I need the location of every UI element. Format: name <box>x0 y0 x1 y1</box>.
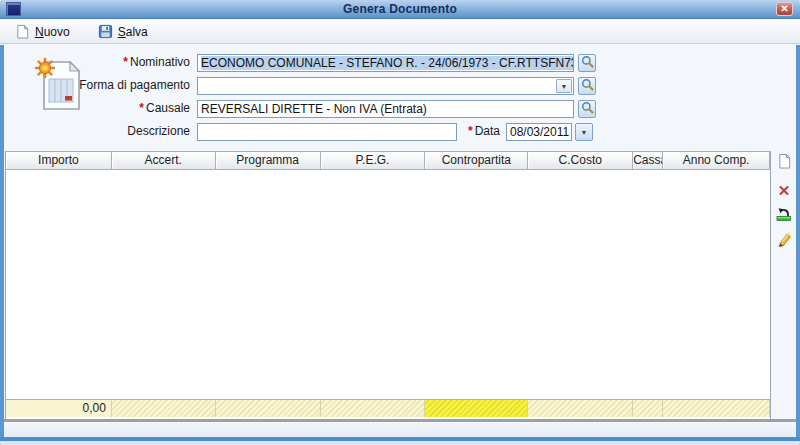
toolbar: Nuovo Salva <box>0 20 800 44</box>
data-label: *Data <box>384 123 500 141</box>
column-header-programma: Programma <box>216 152 321 169</box>
nominativo-lookup-button[interactable] <box>578 54 596 72</box>
pencil-icon <box>777 232 792 250</box>
magnifier-icon <box>581 101 594 117</box>
bottom-strip <box>4 422 796 437</box>
data-dropdown-button[interactable]: ▼ <box>575 123 593 141</box>
column-header-peg: P.E.G. <box>321 152 426 169</box>
total-programma-cell <box>216 400 321 417</box>
column-header-accert: Accert. <box>112 152 216 169</box>
close-button[interactable]: ✕ <box>776 2 793 16</box>
rows-grid: Importo Accert. Programma P.E.G. Controp… <box>5 151 771 419</box>
column-header-importo: Importo <box>6 152 112 169</box>
dialog-content: *Nominativo ECONOMO COMUNALE - STEFANO R… <box>0 45 800 437</box>
forma-pagamento-lookup-button[interactable] <box>578 77 596 95</box>
data-value: 08/03/2011 <box>510 125 569 139</box>
magnifier-icon <box>581 78 594 94</box>
column-header-annocomp: Anno Comp. <box>663 152 770 169</box>
total-contropartita-cell-highlighted <box>425 400 528 417</box>
window-frame-bottom-edge <box>0 441 800 445</box>
window-title: Genera Documento <box>0 2 800 16</box>
required-marker: * <box>468 124 473 138</box>
total-peg-cell <box>321 400 426 417</box>
new-button[interactable]: Nuovo <box>12 23 73 40</box>
new-document-icon <box>15 24 30 39</box>
grid-body-empty[interactable] <box>6 170 770 399</box>
chevron-down-icon: ▼ <box>561 83 568 90</box>
forma-pagamento-dropdown-button[interactable]: ▼ <box>556 79 572 93</box>
nominativo-field[interactable]: ECONOMO COMUNALE - STEFANO R. - 24/06/19… <box>197 54 574 72</box>
total-annocomp-cell <box>663 400 770 417</box>
required-marker: * <box>123 55 128 69</box>
data-field[interactable]: 08/03/2011 <box>506 123 572 141</box>
column-header-cassa: Cassa <box>633 152 663 169</box>
descrizione-label: Descrizione <box>32 123 190 141</box>
total-cassa-cell <box>633 400 663 417</box>
nominativo-label: *Nominativo <box>32 54 190 72</box>
magnifier-icon <box>581 55 594 71</box>
save-button[interactable]: Salva <box>95 23 151 40</box>
column-header-contropartita: Contropartita <box>425 152 528 169</box>
total-ccosto-cell <box>528 400 633 417</box>
row-actions-strip: ✕ <box>772 151 796 419</box>
new-button-label: Nuovo <box>35 25 70 39</box>
new-document-icon <box>777 153 792 172</box>
forma-pagamento-label: Forma di pagamento <box>32 77 190 95</box>
titlebar[interactable]: Genera Documento ✕ <box>0 0 800 19</box>
column-header-ccosto: C.Costo <box>528 152 633 169</box>
nominativo-value: ECONOMO COMUNALE - STEFANO R. - 24/06/19… <box>201 56 574 70</box>
total-importo: 0,00 <box>6 400 112 417</box>
total-accert-cell <box>112 400 216 417</box>
causale-lookup-button[interactable] <box>578 100 596 118</box>
edit-row-button[interactable] <box>775 232 793 250</box>
undo-icon <box>776 207 792 225</box>
forma-pagamento-field[interactable]: ▼ <box>197 77 574 95</box>
grid-header: Importo Accert. Programma P.E.G. Controp… <box>6 151 770 170</box>
delete-x-icon: ✕ <box>778 183 791 198</box>
undo-row-button[interactable] <box>775 207 793 225</box>
grid-total-row: 0,00 <box>6 399 770 417</box>
add-row-button[interactable] <box>775 153 793 171</box>
save-button-label: Salva <box>118 25 148 39</box>
required-marker: * <box>139 101 144 115</box>
causale-value: REVERSALI DIRETTE - Non IVA (Entrata) <box>201 102 427 116</box>
causale-label: *Causale <box>32 100 190 118</box>
chevron-down-icon: ▼ <box>581 129 588 136</box>
app-icon <box>6 2 21 16</box>
delete-row-button[interactable]: ✕ <box>775 181 793 199</box>
genera-documento-window: Genera Documento ✕ Nuovo Salv <box>0 0 800 445</box>
save-floppy-icon <box>98 24 113 39</box>
causale-field[interactable]: REVERSALI DIRETTE - Non IVA (Entrata) <box>197 100 574 118</box>
